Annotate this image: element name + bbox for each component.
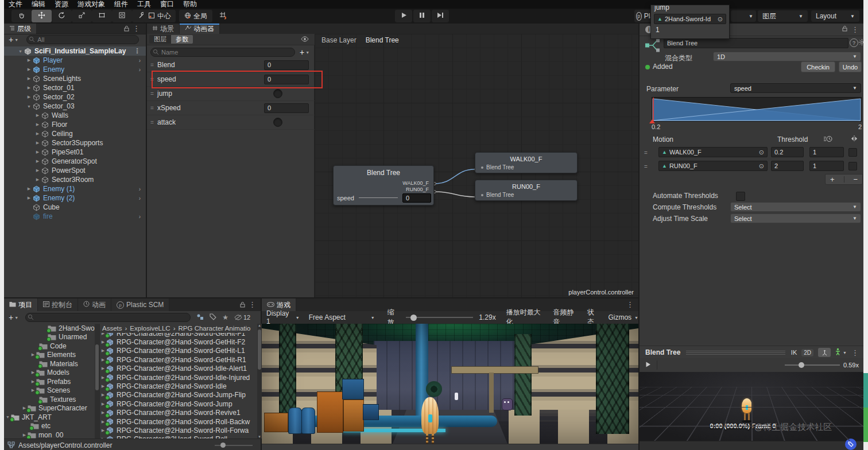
display-dropdown[interactable]: Display 1▼ [266,309,300,325]
motion-field[interactable]: ▲ WALK00_F ⊙ [658,147,768,157]
zoom-slider-thumb[interactable] [410,315,417,321]
add-dropdown-arrow[interactable]: ▼ [14,38,18,42]
adjust-time-scale-dropdown[interactable]: Select▼ [730,214,861,223]
breadcrumb-node[interactable]: Blend Tree [366,36,399,44]
drag-handle[interactable]: = [147,62,157,68]
object-picker-icon[interactable]: ⊙ [759,149,764,156]
expand-closed-icon[interactable]: ▶ [34,177,41,182]
asset-labels-button[interactable] [845,439,857,450]
menu-item[interactable]: 编辑 [27,0,50,9]
timescale-field[interactable]: 1 [809,147,844,157]
run-state-node[interactable]: RUN00_F Blend Tree [475,180,578,201]
preview-speed-track[interactable] [785,364,840,366]
hidden-count-button[interactable]: 12 [234,314,250,321]
folder-item[interactable]: etc [4,422,95,431]
blend-tree-node[interactable]: Blend Tree WALK00_F RUN00_F speed 0 [333,165,434,205]
hierarchy-item[interactable]: ▶Sector3Room [4,175,146,184]
asset-list-scrollbar[interactable]: ▲ ▼ [257,324,262,439]
hierarchy-item[interactable]: ▶PowerSpot [4,166,146,175]
expand-closed-icon[interactable]: ▶ [34,141,41,145]
parameter-row[interactable]: =xSpeed0 [147,101,315,115]
add-asset-button[interactable]: + [9,313,13,322]
hierarchy-item[interactable]: ▶Enemy (1)› [4,184,146,193]
folder-item[interactable]: Unarmed [4,333,95,342]
parameter-search-input[interactable] [150,48,295,57]
add-asset-arrow[interactable]: ▼ [14,316,18,320]
tab-project[interactable]: 项目 [4,298,38,311]
breadcrumb-item[interactable]: ExplosiveLLC [130,325,170,332]
breadcrumb-item[interactable]: Assets [102,325,122,332]
parameter-dropdown[interactable]: speed▼ [730,83,861,93]
expand-open-icon[interactable]: ▼ [17,49,24,53]
hierarchy-item[interactable]: ▶Ceiling [4,129,146,138]
drag-handle[interactable]: = [147,76,157,83]
asset-item[interactable]: ▶RPG-Character@2Hand-Sword-GetHit-R1 [100,355,257,364]
scale-tool-button[interactable] [72,10,92,22]
animator-graph-area[interactable]: Base Layer Blend Tree Blend Tree WALK00_… [315,34,638,297]
hierarchy-item[interactable]: ▶Player› [4,56,146,65]
move-tool-button[interactable] [32,10,52,22]
grid-snap-button[interactable] [216,10,231,22]
folder-item[interactable]: 2Hand-Swo [4,324,95,333]
eye-icon[interactable] [301,36,309,44]
asset-item[interactable]: ▶RPG-Character@2Hand-Sword-Idle-Injured [100,373,257,382]
hierarchy-item[interactable]: ▶Sector_02 [4,92,146,102]
hierarchy-item[interactable]: ▼Sector_03 [4,102,146,111]
threshold-field[interactable]: 2 [771,161,804,171]
account-dropdown[interactable]: ▼ [731,10,756,22]
folder-tree-scrollbar[interactable] [95,324,99,439]
hierarchy-item[interactable]: ▶PipeSet01 [4,148,146,157]
pause-button[interactable] [413,10,431,22]
folder-item[interactable]: ▼JKT_ART [4,413,95,422]
layers-dropdown[interactable]: 图层▼ [758,10,808,22]
expand-closed-icon[interactable]: ▶ [25,58,33,63]
preview-header[interactable]: Blend Tree IK 2D ▼ ⋮ [640,346,863,359]
add-parameter-arrow[interactable]: ▼ [305,51,309,55]
hierarchy-search-input[interactable] [26,35,139,44]
expand-closed-icon[interactable]: ▶ [25,86,33,90]
folder-item[interactable]: ▶mon_00 [4,430,95,439]
hierarchy-item[interactable]: ▶Sector_01 [4,83,146,92]
kebab-menu-icon[interactable]: ⋮ [133,25,140,32]
parameter-row[interactable]: =attack [147,115,315,130]
lock-icon[interactable] [842,25,848,34]
expand-closed-icon[interactable]: ▶ [25,196,33,200]
search-by-label-icon[interactable] [210,313,216,322]
expand-closed-icon[interactable]: ▶ [34,113,41,118]
rotate-tool-button[interactable] [52,10,72,22]
undo-button[interactable]: Undo [839,61,862,72]
hierarchy-item[interactable]: ▶Enemy (2)› [4,193,146,203]
asset-item[interactable]: ▶RPG-Character@2Hand-Sword-GetHit-F1 [100,333,257,338]
transform-tool-button[interactable] [112,10,132,22]
hierarchy-item[interactable]: ▶Walls [4,111,146,120]
tab-hierarchy[interactable]: 层级 [4,24,37,34]
pivot-mode-button[interactable] [818,348,831,357]
folder-item[interactable]: ▶Models [4,368,95,378]
mirror-checkbox[interactable] [848,148,857,157]
preview-play-button[interactable] [645,361,651,369]
gizmos-dropdown[interactable]: Gizmos▼ [608,313,638,321]
asset-item[interactable]: ▶RPG-Character@2Hand-Sword-GetHit-L1 [100,347,257,355]
folder-item[interactable]: ▶Elements [4,351,95,360]
menu-item[interactable]: 文件 [4,0,27,9]
remove-motion-button[interactable]: − [853,176,858,183]
asset-item[interactable]: ▶RPG-Character@2Hand-Sword-Jump-Flip [100,391,257,399]
parameter-value-field[interactable]: 0 [264,103,309,113]
blend-tree-name-field[interactable]: Blend Tree [664,38,848,48]
folder-item[interactable]: Code [4,342,95,351]
hierarchy-item[interactable]: ▶Floor [4,120,146,129]
menu-item[interactable]: 游戏对象 [73,0,110,9]
menu-item[interactable]: 组件 [110,0,133,9]
search-by-type-icon[interactable] [196,313,204,322]
expand-open-icon[interactable]: ▼ [25,104,33,108]
thumbnail-size-slider[interactable] [215,445,253,446]
hierarchy-item[interactable]: Cube [4,203,146,212]
asset-item[interactable]: ▶RPG-Character@2Hand-Sword-Roll-Backw [100,417,257,426]
parameter-row[interactable]: =jump [147,87,315,101]
zoom-slider[interactable] [406,317,473,318]
expand-closed-icon[interactable]: ▶ [34,131,41,136]
expand-closed-icon[interactable]: ▶ [34,150,41,154]
drag-handle[interactable]: = [147,119,157,126]
trigger-toggle[interactable] [273,118,282,127]
expand-closed-icon[interactable]: ▶ [34,159,41,164]
